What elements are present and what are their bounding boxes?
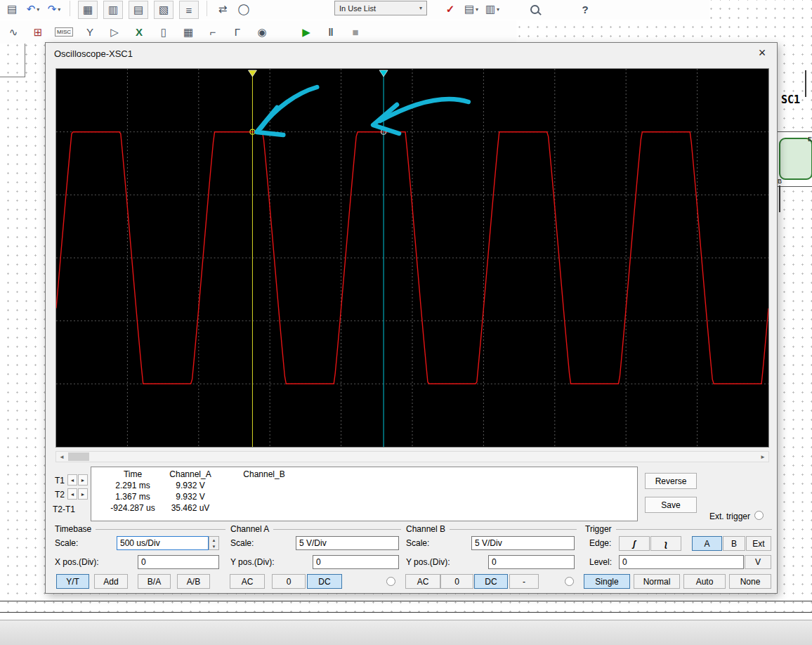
export-icon[interactable]: ▤▾: [464, 1, 479, 18]
save-button[interactable]: Save: [645, 497, 697, 513]
check-icon[interactable]: ✓: [443, 1, 458, 18]
diode-icon[interactable]: ⊞: [30, 24, 46, 41]
new-table-icon[interactable]: ▦: [78, 1, 98, 19]
trigger-single-button[interactable]: Single: [584, 574, 630, 589]
pause-icon[interactable]: ‖: [323, 24, 339, 41]
channel-a-dc-button[interactable]: DC: [307, 574, 342, 589]
scroll-left-button[interactable]: ◄: [56, 452, 67, 462]
help-icon-glyph: ?: [582, 4, 588, 15]
database-icon[interactable]: ▥: [103, 1, 123, 19]
channel-b-zero-button[interactable]: 0: [440, 574, 473, 589]
trigger-normal-button[interactable]: Normal: [634, 574, 680, 589]
wire: [25, 44, 25, 77]
t1-right-button[interactable]: ►: [78, 474, 88, 486]
chevron-down-icon: ▾: [37, 6, 39, 13]
status-strip: [0, 620, 812, 645]
waveform-trace: [56, 132, 768, 384]
t2-left-button[interactable]: ◄: [67, 488, 77, 500]
trigger-auto-button[interactable]: Auto: [683, 574, 726, 589]
find-icon[interactable]: [527, 1, 542, 18]
channel-b-ac-button[interactable]: AC: [405, 574, 440, 589]
transfer-icon[interactable]: ⇄: [215, 1, 230, 18]
close-button[interactable]: ×: [752, 44, 773, 62]
reverse-button[interactable]: Reverse: [645, 473, 697, 489]
window-titlebar[interactable]: Oscilloscope-XSC1 ×: [46, 43, 777, 64]
channel-a-radio[interactable]: [386, 577, 395, 586]
channel-a-zero-button[interactable]: 0: [272, 574, 306, 589]
main-toolbar: ▤↶▾↷▾▦▥▤▧≡⇄◯In Use List▾✓▤▾▥▾?: [0, 0, 709, 20]
misc-icon[interactable]: MISC: [55, 24, 73, 41]
timebase-scale-spinner[interactable]: ▲ ▼: [209, 536, 219, 550]
opamp-icon[interactable]: ▷: [107, 24, 122, 41]
excel-icon[interactable]: X: [131, 24, 147, 41]
run-icon-glyph: ▶: [302, 26, 310, 39]
timebase-ab-button[interactable]: A/B: [177, 574, 210, 589]
stop-icon-glyph: ■: [352, 26, 358, 38]
wire: [0, 601, 812, 601]
channel-b-dc-button[interactable]: DC: [474, 574, 508, 589]
window-title: Oscilloscope-XSC1: [54, 48, 133, 59]
channel-a-ypos-input[interactable]: 0: [313, 555, 399, 569]
timebase-add-button[interactable]: Add: [94, 574, 128, 589]
trigger-falling-edge-button[interactable]: ʅ: [650, 536, 681, 551]
redo-icon[interactable]: ↷▾: [46, 1, 62, 18]
run-icon[interactable]: ▶: [299, 24, 314, 41]
hierarchy-icon[interactable]: ⌐: [205, 24, 221, 41]
bus-icon[interactable]: Γ: [230, 24, 245, 41]
help-icon[interactable]: ?: [577, 1, 593, 18]
scroll-right-button[interactable]: ►: [757, 452, 768, 462]
clipboard-icon[interactable]: ▤: [4, 1, 20, 18]
channel-b-radio[interactable]: [565, 577, 574, 586]
component-box[interactable]: B E: [775, 131, 812, 187]
t1-left-button[interactable]: ◄: [67, 474, 77, 486]
undo-icon[interactable]: ↶▾: [25, 1, 41, 18]
antenna-icon[interactable]: Y: [82, 24, 98, 41]
channel-a-ac-button[interactable]: AC: [230, 574, 265, 589]
timebase-yt-button[interactable]: Y/T: [56, 574, 89, 589]
redo-icon-glyph: ↷: [48, 3, 57, 15]
hierarchy-icon-glyph: ⌐: [210, 26, 216, 38]
channel-b-minus-button[interactable]: -: [509, 574, 539, 589]
back-annotate-icon[interactable]: ▥▾: [485, 1, 500, 18]
trigger-level-input[interactable]: 0: [619, 555, 744, 569]
channel-b-scale-label: Scale:: [406, 538, 429, 548]
globe-icon[interactable]: ◯: [236, 1, 251, 18]
timebase-xpos-input[interactable]: 0: [138, 555, 219, 569]
spreadsheet-icon[interactable]: ▤: [129, 1, 148, 19]
ext-trigger-radio[interactable]: [754, 511, 764, 520]
cursor-2-handle[interactable]: [379, 70, 388, 77]
timebase-scale-input[interactable]: 500 us/Div: [117, 536, 209, 550]
source-icon[interactable]: ∿: [6, 24, 21, 41]
check-icon-glyph: ✓: [446, 3, 455, 15]
channel-b-scale-input[interactable]: 5 V/Div: [471, 536, 575, 550]
chevron-down-icon: ▾: [497, 6, 499, 13]
probe-icon-glyph: ◉: [257, 26, 266, 39]
battery-icon[interactable]: ▯: [156, 24, 171, 41]
spinner-up-icon[interactable]: ▲: [209, 537, 218, 543]
in-use-list-combo[interactable]: In Use List▾: [334, 1, 427, 15]
diode-icon-glyph: ⊞: [34, 26, 43, 39]
grapher-icon[interactable]: ▧: [154, 1, 173, 19]
scroll-thumb[interactable]: [68, 452, 89, 461]
multisim-workspace: ▤↶▾↷▾▦▥▤▧≡⇄◯In Use List▾✓▤▾▥▾? ∿⊞MISCY▷X…: [0, 0, 812, 645]
trigger-source-b-button[interactable]: B: [723, 536, 745, 551]
trigger-source-a-button[interactable]: A: [692, 536, 722, 551]
t2-right-button[interactable]: ►: [78, 488, 88, 500]
timebase-group: Timebase Scale: 500 us/Div ▲ ▼ X pos.(Di…: [53, 524, 225, 589]
scope-hscrollbar[interactable]: ◄ ►: [55, 451, 769, 462]
pause-icon-glyph: ‖: [328, 26, 333, 38]
probe-icon[interactable]: ◉: [254, 24, 270, 41]
trigger-rising-edge-button[interactable]: ʃ: [619, 536, 650, 551]
channel-b-ypos-input[interactable]: 0: [488, 555, 575, 569]
peripherals-icon[interactable]: ▦: [181, 24, 196, 41]
channel-a-ypos-label: Y pos.(Div):: [230, 557, 274, 567]
channel-a-scale-input[interactable]: 5 V/Div: [296, 536, 399, 550]
trigger-level-unit-select[interactable]: V: [745, 555, 771, 569]
spinner-down-icon[interactable]: ▼: [209, 543, 218, 549]
stop-icon[interactable]: ■: [348, 24, 363, 41]
list-icon[interactable]: ≡: [179, 1, 199, 19]
trigger-source-ext-button[interactable]: Ext: [746, 536, 771, 551]
trigger-none-button[interactable]: None: [729, 574, 771, 589]
timebase-ba-button[interactable]: B/A: [138, 574, 171, 589]
cursor-1-handle[interactable]: [248, 70, 256, 77]
